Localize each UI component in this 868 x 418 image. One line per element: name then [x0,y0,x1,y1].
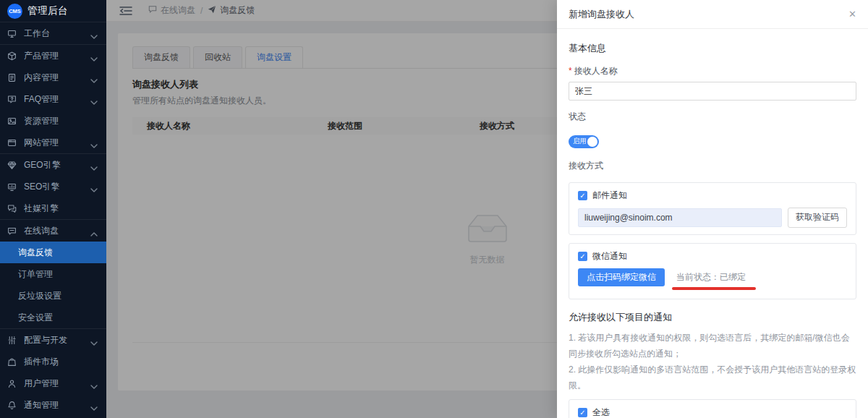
required-asterisk: * [569,66,572,76]
sidebar-item-plugin-market[interactable]: 插件市场 [0,351,106,372]
content-icon [7,72,17,82]
wechat-notify-group: 微信通知 点击扫码绑定微信 当前状态：已绑定 [569,243,856,299]
bell-icon [7,400,17,410]
resource-icon [7,116,17,126]
allow-notifications-section-title: 允许接收以下项目的通知 [569,311,856,324]
sidebar-item-geo-engine[interactable]: GEO引擎 [0,154,106,176]
toggle-knob [587,137,597,147]
sidebar-item-config-dev[interactable]: 配置与开发 [0,329,106,351]
status-toggle[interactable]: 启用 [569,135,599,148]
close-icon[interactable]: ✕ [848,9,856,19]
note-1: 1. 若该用户具有接收通知的权限，则勾选语言后，其绑定的邮箱/微信也会同步接收所… [569,330,856,362]
language-select-group: 全选 简体中文（源站） 英文 [569,399,856,418]
geo-icon [7,160,17,170]
chevron-down-icon [90,31,98,35]
drawer-header: 新增询盘接收人 ✕ [557,0,868,29]
sidebar-item-resources[interactable]: 资源管理 [0,110,106,132]
select-all-label: 全选 [592,406,610,418]
email-input[interactable] [578,208,782,227]
app-title: 管理后台 [27,4,68,17]
email-notify-label: 邮件通知 [592,189,627,202]
add-recipient-drawer: 新增询盘接收人 ✕ 基本信息 *接收人名称 状态 启用 接收方式 邮件通 [557,0,868,418]
sidebar-item-inquiry-feedback[interactable]: 询盘反馈 [0,242,106,263]
chevron-down-icon [90,163,98,167]
chevron-down-icon [90,97,98,101]
app-logo-row[interactable]: CMS 管理后台 [0,0,106,22]
note-2: 2. 此操作仅影响通知的多语言站范围，不会授予该用户其他语言站的登录权限。 [569,362,856,393]
recipient-name-input[interactable] [569,82,856,101]
checkbox-select-all[interactable] [578,408,587,417]
chevron-down-icon [90,75,98,80]
drawer-body: 基本信息 *接收人名称 状态 启用 接收方式 邮件通知 [557,29,868,418]
sidebar-item-seo-engine[interactable]: SEO引擎 [0,176,106,197]
sidebar-item-notification-management[interactable]: 通知管理 [0,394,106,416]
recipient-name-label: *接收人名称 [569,65,856,77]
receive-method-label: 接收方式 [569,160,856,172]
config-icon [7,335,17,345]
inquiry-icon [7,226,17,236]
sidebar-item-antispam-settings[interactable]: 反垃圾设置 [0,285,106,307]
chevron-down-icon [90,403,98,407]
sidebar-item-order-management[interactable]: 订单管理 [0,263,106,285]
bind-status-text: 当前状态：已绑定 [676,271,746,283]
checkbox-email-notify[interactable] [578,191,587,200]
notes: 1. 若该用户具有接收通知的权限，则勾选语言后，其绑定的邮箱/微信也会同步接收所… [569,330,856,394]
bind-wechat-button[interactable]: 点击扫码绑定微信 [578,268,665,286]
sidebar-item-workbench[interactable]: 工作台 [0,22,106,44]
chevron-down-icon [90,140,98,145]
wechat-notify-label: 微信通知 [592,250,627,263]
social-icon [7,203,17,213]
checkbox-wechat-notify[interactable] [578,252,587,261]
dashboard-icon [7,28,17,38]
chevron-down-icon [90,381,98,385]
seo-icon [7,182,17,192]
chevron-down-icon [90,184,98,189]
sidebar-item-website[interactable]: 网站管理 [0,132,106,153]
sidebar-item-faq[interactable]: FAQ管理 [0,88,106,110]
email-notify-group: 邮件通知 获取验证码 [569,182,856,235]
sidebar-item-content[interactable]: 内容管理 [0,67,106,88]
sidebar-item-security-settings[interactable]: 安全设置 [0,307,106,328]
sidebar-item-online-inquiry[interactable]: 在线询盘 [0,220,106,242]
chevron-down-icon [90,54,98,58]
sidebar-item-user-management[interactable]: 用户管理 [0,372,106,394]
user-icon [7,378,17,388]
cms-logo: CMS [7,4,22,19]
chevron-down-icon [90,338,98,342]
website-icon [7,137,17,148]
faq-icon [7,94,17,104]
get-verification-code-button[interactable]: 获取验证码 [788,208,847,228]
sidebar-item-products[interactable]: 产品管理 [0,45,106,67]
chevron-up-icon [90,229,98,233]
status-label: 状态 [569,111,856,123]
page: CMS 管理后台 工作台 产品管理 内容管理 FAQ管理 资源管理 [0,0,868,418]
sidebar-item-social-engine[interactable]: 社媒引擎 [0,197,106,219]
product-icon [7,51,17,61]
plugin-market-icon [7,357,17,367]
basic-info-section-title: 基本信息 [569,42,856,55]
sidebar: CMS 管理后台 工作台 产品管理 内容管理 FAQ管理 资源管理 [0,0,106,418]
drawer-title: 新增询盘接收人 [569,8,634,21]
status-toggle-label: 启用 [569,137,587,146]
